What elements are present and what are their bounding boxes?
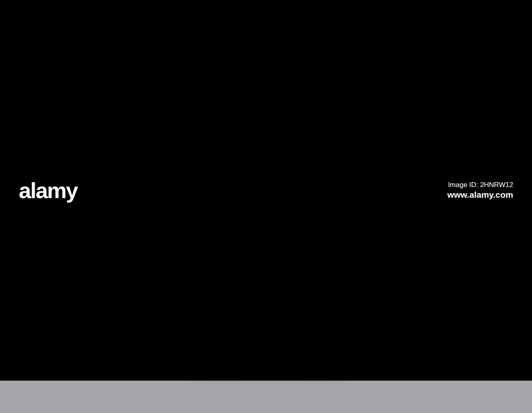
alamy-footer-bar: alamy Image ID: 2HNRW12 www.alamy.com xyxy=(0,0,532,381)
image-id-text: Image ID: 2HNRW12 xyxy=(447,181,513,189)
image-meta: Image ID: 2HNRW12 www.alamy.com xyxy=(447,181,513,200)
stock-photo-preview: aaaaaaaaaaaaaaaaaaaaaaaaaaaaalamyalamyal… xyxy=(0,0,532,413)
alamy-url-text: www.alamy.com xyxy=(447,190,513,200)
alamy-logo: alamy xyxy=(19,179,77,201)
